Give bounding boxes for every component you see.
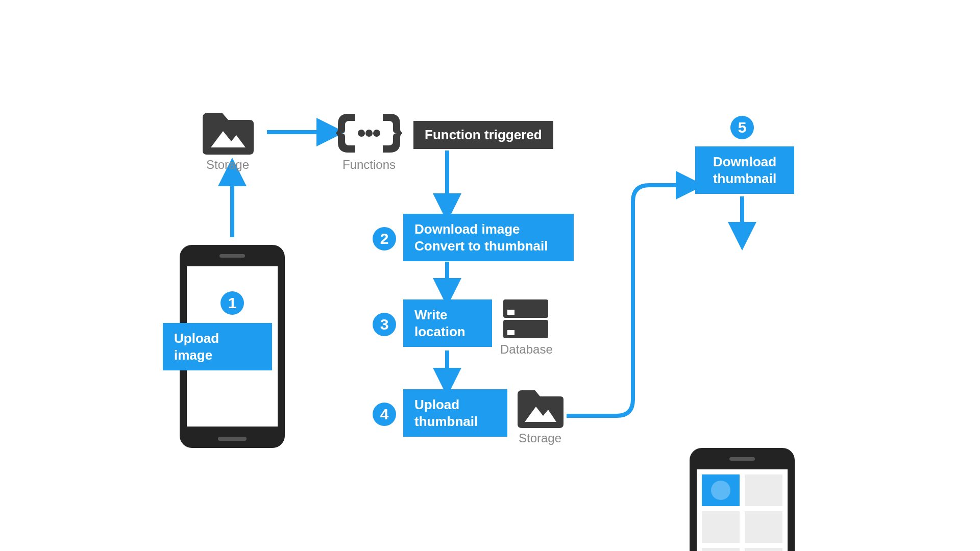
- svg-point-1: [358, 130, 365, 137]
- step-2-badge: 2: [373, 227, 396, 251]
- functions-icon: Functions: [336, 111, 402, 172]
- thumb-cell: [745, 474, 782, 506]
- function-triggered-box: Function triggered: [413, 121, 553, 149]
- phone-gallery: [690, 448, 795, 551]
- gallery-screen: [697, 469, 788, 551]
- thumb-cell: [702, 474, 740, 506]
- step-4-label: Upload thumbnail: [403, 389, 507, 437]
- thumb-cell: [745, 548, 782, 551]
- step-5-badge: 5: [730, 116, 754, 139]
- svg-rect-5: [503, 320, 548, 338]
- step-3-label: Write location: [403, 299, 492, 347]
- step-4-badge: 4: [373, 403, 396, 426]
- svg-point-2: [365, 130, 373, 137]
- storage-icon: Storage: [200, 109, 256, 172]
- step-1-badge: 1: [220, 291, 244, 315]
- storage-label: Storage: [200, 158, 256, 172]
- thumb-cell: [702, 511, 740, 543]
- functions-label: Functions: [336, 158, 402, 172]
- thumb-cell: [702, 548, 740, 551]
- svg-rect-6: [507, 310, 514, 315]
- arrow-storage-to-download: [567, 185, 690, 416]
- database-icon: Database: [500, 296, 556, 357]
- thumb-cell: [745, 511, 782, 543]
- svg-rect-4: [503, 299, 548, 318]
- step-5-label: Download thumbnail: [695, 146, 794, 194]
- step-3-badge: 3: [373, 313, 396, 336]
- flow-diagram: Storage Functions Function triggered 1 U…: [122, 69, 857, 482]
- step-1-label: Upload image: [163, 323, 272, 370]
- svg-point-3: [373, 130, 380, 137]
- database-label: Database: [500, 342, 551, 357]
- step-2-label: Download image Convert to thumbnail: [403, 214, 574, 261]
- svg-rect-7: [507, 330, 514, 335]
- storage-icon-2: Storage: [514, 386, 566, 445]
- storage2-label: Storage: [514, 431, 566, 445]
